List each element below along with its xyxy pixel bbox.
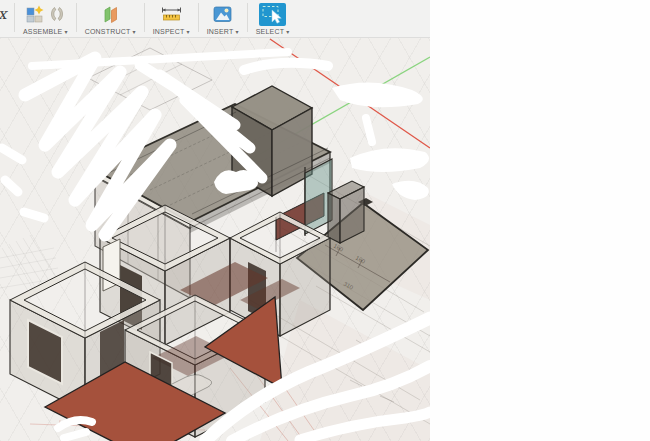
chevron-down-icon: ▾ [286, 29, 289, 35]
toolbar-separator [198, 3, 199, 32]
select-tool-active-highlight [259, 3, 286, 26]
application-window: x ASSEMBLE ▾ [0, 0, 650, 441]
select-cursor-icon [259, 3, 286, 26]
construct-menu-button[interactable]: CONSTRUCT ▾ [80, 0, 141, 35]
assemble-menu-button[interactable]: ASSEMBLE ▾ [18, 0, 73, 35]
chevron-down-icon: ▾ [236, 29, 239, 35]
assemble-label: ASSEMBLE ▾ [23, 28, 68, 35]
small-box [328, 181, 364, 243]
viewport-canvas[interactable]: 160 160 310 [0, 38, 430, 441]
insert-menu-button[interactable]: INSERT ▾ [202, 0, 244, 35]
right-panel [430, 0, 650, 441]
select-label: SELECT ▾ [256, 28, 290, 35]
select-tool-button[interactable]: SELECT ▾ [251, 0, 295, 35]
measure-icon [161, 7, 182, 23]
chevron-down-icon: ▾ [65, 29, 68, 35]
toolbar-separator [76, 3, 77, 32]
insert-label: INSERT ▾ [207, 28, 239, 35]
construct-label: CONSTRUCT ▾ [85, 28, 136, 35]
new-component-icon [25, 5, 44, 24]
toolbar-separator [247, 3, 248, 32]
chevron-down-icon: ▾ [133, 29, 136, 35]
construction-plane-icon [102, 5, 119, 24]
toolbar-separator [14, 3, 15, 32]
inspect-label: INSPECT ▾ [153, 28, 190, 35]
insert-image-icon [213, 6, 232, 23]
chevron-down-icon: ▾ [187, 29, 190, 35]
toolbar: x ASSEMBLE ▾ [0, 0, 430, 38]
toolbar-separator [144, 3, 145, 32]
viewport-scene: 160 160 310 [0, 38, 430, 441]
joint-icon [48, 5, 66, 24]
inspect-menu-button[interactable]: INSPECT ▾ [148, 0, 195, 35]
clipped-document-text: x [0, 0, 11, 23]
